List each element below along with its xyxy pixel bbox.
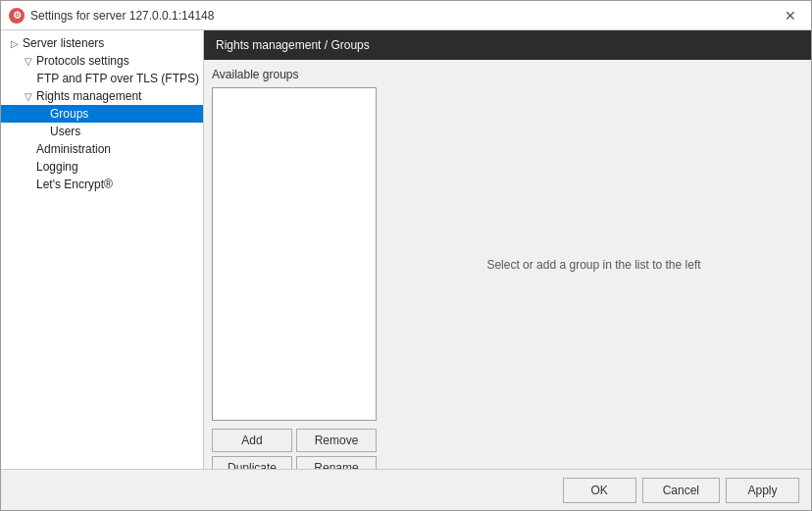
sidebar: ▷Server listeners▽Protocols settingsFTP …	[1, 30, 204, 469]
sidebar-label-ftp-tls: FTP and FTP over TLS (FTPS)	[37, 72, 199, 85]
ok-button[interactable]: OK	[563, 478, 636, 503]
rename-button[interactable]: Rename	[296, 456, 377, 469]
cancel-button[interactable]: Cancel	[642, 478, 720, 503]
title-bar-left: ⚙ Settings for server 127.0.0.1:14148	[9, 8, 214, 24]
sidebar-label-administration: Administration	[36, 142, 111, 156]
groups-buttons: Add Remove Duplicate Rename	[212, 429, 377, 469]
sidebar-item-administration[interactable]: Administration	[1, 140, 203, 158]
empty-detail-text: Select or add a group in the list to the…	[486, 258, 700, 272]
sidebar-item-protocols-settings[interactable]: ▽Protocols settings	[1, 52, 203, 70]
sidebar-item-rights-management[interactable]: ▽Rights management	[1, 87, 203, 105]
groups-list-container: Available groups Add Remove Duplicate Re…	[212, 68, 377, 461]
panel-body: Available groups Add Remove Duplicate Re…	[204, 60, 811, 469]
footer: OK Cancel Apply	[1, 469, 811, 510]
sidebar-label-groups: Groups	[50, 107, 88, 121]
expander-icon-rights-management: ▽	[21, 91, 36, 102]
sidebar-item-ftp-tls[interactable]: FTP and FTP over TLS (FTPS)	[1, 70, 203, 87]
right-detail: Select or add a group in the list to the…	[384, 68, 803, 461]
sidebar-item-users[interactable]: Users	[1, 123, 203, 140]
sidebar-label-server-listeners: Server listeners	[23, 36, 104, 50]
title-bar: ⚙ Settings for server 127.0.0.1:14148 ✕	[1, 1, 811, 30]
sidebar-label-protocols-settings: Protocols settings	[36, 54, 129, 68]
sidebar-item-server-listeners[interactable]: ▷Server listeners	[1, 34, 203, 52]
remove-button[interactable]: Remove	[296, 429, 377, 452]
sidebar-label-lets-encrypt: Let's Encrypt®	[36, 178, 113, 191]
groups-list[interactable]	[212, 87, 377, 421]
right-panel: Rights management / Groups Available gro…	[204, 30, 811, 469]
sidebar-item-groups[interactable]: Groups	[1, 105, 203, 123]
main-content: ▷Server listeners▽Protocols settingsFTP …	[1, 30, 811, 469]
apply-button[interactable]: Apply	[726, 478, 799, 503]
settings-window: ⚙ Settings for server 127.0.0.1:14148 ✕ …	[0, 0, 812, 511]
sidebar-item-logging[interactable]: Logging	[1, 158, 203, 176]
expander-icon-protocols-settings: ▽	[21, 56, 36, 67]
app-icon: ⚙	[9, 8, 25, 24]
panel-header: Rights management / Groups	[204, 30, 811, 60]
sidebar-item-lets-encrypt[interactable]: Let's Encrypt®	[1, 176, 203, 193]
window-title: Settings for server 127.0.0.1:14148	[30, 9, 214, 23]
duplicate-button[interactable]: Duplicate	[212, 456, 292, 469]
add-button[interactable]: Add	[212, 429, 292, 452]
close-button[interactable]: ✕	[778, 6, 803, 26]
expander-icon-server-listeners: ▷	[7, 38, 23, 49]
sidebar-label-users: Users	[50, 125, 80, 138]
sidebar-label-logging: Logging	[36, 160, 78, 174]
groups-label: Available groups	[212, 68, 377, 81]
sidebar-label-rights-management: Rights management	[36, 89, 141, 103]
